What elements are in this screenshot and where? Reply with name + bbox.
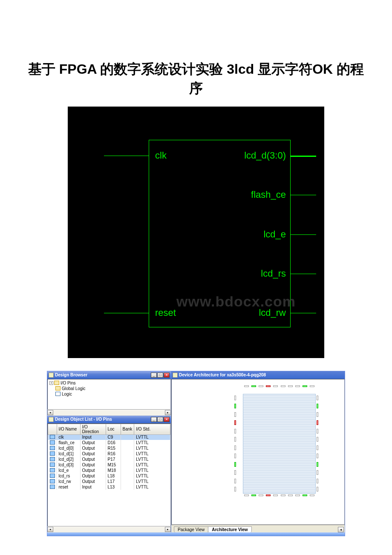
cell-dir: Input <box>80 434 106 440</box>
pin-slot <box>259 385 263 387</box>
tree-item[interactable]: + I/O Pins <box>49 380 169 386</box>
cell-dir: Output <box>80 457 106 462</box>
cell-std: LVTTL <box>134 440 170 445</box>
table-row[interactable]: clkInputC9LVTTL <box>48 434 170 440</box>
cell-bank <box>121 473 134 479</box>
table-row[interactable]: lcd_d[3]OutputM15LVTTL <box>48 462 170 468</box>
scroll-left-button[interactable]: ◂ <box>338 527 344 532</box>
minimize-button[interactable]: _ <box>151 417 157 422</box>
cell-loc: L13 <box>106 484 121 490</box>
table-row[interactable]: lcd_rsOutputL18LVTTL <box>48 473 170 479</box>
browser-scrollbar[interactable]: ◂ ▸ <box>47 410 171 416</box>
cell-std: LVTTL <box>134 462 170 468</box>
tab-package-view[interactable]: Package View <box>174 526 208 532</box>
table-row[interactable]: resetInputL13LVTTL <box>48 484 170 490</box>
pin-slot <box>234 445 236 450</box>
minimize-button[interactable]: _ <box>151 373 157 378</box>
package-graphic <box>233 384 325 503</box>
cell-name: flash_ce <box>57 440 80 445</box>
status-bar <box>47 532 345 536</box>
pin-slot <box>317 396 318 400</box>
table-row[interactable]: lcd_d[1]OutputR16LVTTL <box>48 451 170 457</box>
scroll-track[interactable] <box>53 527 165 532</box>
pin-slot <box>244 385 249 387</box>
pin-slot <box>234 487 236 491</box>
scroll-left-button[interactable]: ◂ <box>47 527 53 532</box>
scroll-right-button[interactable]: ▸ <box>165 527 171 532</box>
pin-bank-right <box>317 394 324 494</box>
cell-bank <box>121 479 134 484</box>
design-browser-title: Design Browser <box>55 373 151 377</box>
close-button[interactable]: × <box>164 417 170 422</box>
cell-name: clk <box>57 434 80 440</box>
maximize-button[interactable]: □ <box>157 373 163 378</box>
cell-name: lcd_d[2] <box>57 457 80 462</box>
cell-bank <box>121 434 134 440</box>
scroll-track[interactable] <box>53 410 165 415</box>
pin-slot <box>317 437 318 442</box>
cell-bank <box>121 445 134 451</box>
tree-label: Logic <box>62 392 72 396</box>
pin-icon <box>50 440 55 445</box>
objlist-title: Design Object List - I/O Pins <box>55 417 151 422</box>
cell-bank <box>121 440 134 445</box>
table-row[interactable]: lcd_eOutputM18LVTTL <box>48 468 170 473</box>
pin-slot <box>317 454 318 458</box>
pin-slot <box>234 396 236 400</box>
port-wire-flash-ce <box>291 195 316 196</box>
objlist-scrollbar[interactable]: ◂ ▸ <box>47 526 171 532</box>
cell-std: LVTTL <box>134 445 170 451</box>
schematic-diagram: clk reset lcd_d(3:0) flash_ce lcd_e lcd_… <box>68 107 324 358</box>
pin-slot <box>317 429 318 434</box>
tree-item[interactable]: Logic <box>49 391 169 397</box>
port-wire-lcd-e <box>291 234 316 235</box>
pin-icon <box>50 474 55 478</box>
maximize-button[interactable]: □ <box>157 417 163 422</box>
pin-icon <box>50 468 55 472</box>
pin-slot <box>259 494 263 496</box>
pin-slot <box>317 470 318 475</box>
cell-dir: Output <box>80 479 106 484</box>
pin-slot <box>317 487 318 491</box>
folder-icon <box>55 386 61 390</box>
pin-slot <box>234 462 236 467</box>
table-row[interactable]: lcd_d[0]OutputR15LVTTL <box>48 445 170 451</box>
objlist-titlebar: Design Object List - I/O Pins _ □ × <box>47 416 171 423</box>
cell-loc: M18 <box>106 468 121 473</box>
col-dir[interactable]: I/O Direction <box>80 424 106 434</box>
table-row[interactable]: lcd_rwOutputL17LVTTL <box>48 479 170 484</box>
cell-bank <box>121 468 134 473</box>
logic-icon <box>55 392 61 396</box>
pin-slot <box>317 445 318 450</box>
tab-architecture-view[interactable]: Architecture View <box>208 526 251 532</box>
pin-slot <box>234 404 236 408</box>
pin-bank-top <box>243 385 316 393</box>
pin-slot <box>281 385 285 387</box>
expand-icon[interactable]: + <box>49 381 53 385</box>
col-icon[interactable] <box>48 424 57 434</box>
scroll-right-button[interactable]: ▸ <box>165 410 171 415</box>
port-label-lcd-d: lcd_d(3:0) <box>244 150 286 161</box>
table-row[interactable]: flash_ceOutputD16LVTTL <box>48 440 170 445</box>
table-row[interactable]: lcd_d[2]OutputP17LVTTL <box>48 457 170 462</box>
design-tree[interactable]: + I/O Pins Global Logic Logic <box>47 379 171 410</box>
document-title: 基于 FPGA 的数字系统设计实验 3lcd 显示字符OK 的程序 <box>0 60 392 98</box>
tree-label: I/O Pins <box>61 381 76 385</box>
io-pins-table[interactable]: I/O Name I/O Direction Loc Bank I/O Std.… <box>48 424 170 490</box>
cell-name: lcd_rw <box>57 479 80 484</box>
col-loc[interactable]: Loc <box>106 424 121 434</box>
device-view[interactable] <box>171 379 345 525</box>
port-label-clk: clk <box>155 150 167 161</box>
pin-slot <box>234 412 236 417</box>
scroll-left-button[interactable]: ◂ <box>47 410 53 415</box>
tree-item[interactable]: Global Logic <box>49 386 169 391</box>
close-button[interactable]: × <box>164 373 170 378</box>
cell-name: lcd_d[3] <box>57 462 80 468</box>
col-std[interactable]: I/O Std. <box>134 424 170 434</box>
col-name[interactable]: I/O Name <box>57 424 80 434</box>
pin-slot <box>317 412 318 417</box>
pin-icon <box>50 446 55 450</box>
col-bank[interactable]: Bank <box>121 424 134 434</box>
cell-loc: L18 <box>106 473 121 479</box>
pin-icon <box>50 479 55 483</box>
